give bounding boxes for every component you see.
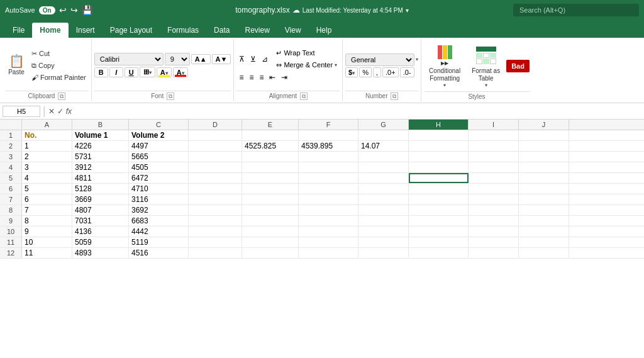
cell-h8[interactable] (409, 205, 469, 215)
tab-formulas[interactable]: Formulas (160, 23, 206, 38)
cell-c11[interactable]: 5119 (129, 237, 189, 247)
tab-file[interactable]: File (5, 23, 32, 38)
cell-g6[interactable] (358, 184, 409, 194)
cell-a8[interactable]: 7 (22, 205, 72, 215)
merge-center-button[interactable]: ⇔ Merge & Center ▾ (274, 60, 340, 70)
row-header-3[interactable]: 3 (0, 152, 22, 162)
cell-d3[interactable] (189, 152, 242, 162)
cell-b8[interactable]: 4807 (72, 205, 129, 215)
cell-b9[interactable]: 7031 (72, 216, 129, 226)
confirm-formula-icon[interactable]: ✓ (57, 107, 64, 116)
tab-review[interactable]: Review (237, 23, 277, 38)
row-header-8[interactable]: 8 (0, 205, 22, 215)
decrease-indent-button[interactable]: ⇤ (267, 72, 278, 83)
col-header-j[interactable]: J (519, 120, 569, 130)
cell-j1[interactable] (519, 130, 569, 140)
align-top-right-button[interactable]: ⊿ (259, 53, 270, 65)
autosave-toggle[interactable]: On (39, 6, 55, 14)
cell-b4[interactable]: 3912 (72, 162, 129, 172)
decrease-decimal-button[interactable]: .0- (400, 67, 414, 77)
cell-f9[interactable] (299, 216, 358, 226)
cell-g3[interactable] (358, 152, 409, 162)
cell-g1[interactable] (358, 130, 409, 140)
cell-g11[interactable] (358, 237, 409, 247)
cell-h12[interactable] (409, 248, 469, 258)
border-button[interactable]: ⊞▾ (140, 67, 155, 77)
cell-f10[interactable] (299, 227, 358, 237)
cell-b7[interactable]: 3669 (72, 194, 129, 204)
cell-reference-box[interactable]: H5 (3, 106, 40, 117)
cell-h4[interactable] (409, 162, 469, 172)
underline-button[interactable]: U (125, 67, 138, 77)
cell-b2[interactable]: 4226 (72, 141, 129, 151)
tab-view[interactable]: View (277, 23, 309, 38)
cell-a4[interactable]: 3 (22, 162, 72, 172)
increase-decimal-button[interactable]: .0+ (382, 67, 399, 77)
cell-c10[interactable]: 4442 (129, 227, 189, 237)
cell-i7[interactable] (469, 194, 519, 204)
cell-a3[interactable]: 2 (22, 152, 72, 162)
row-header-12[interactable]: 12 (0, 248, 22, 258)
tab-data[interactable]: Data (206, 23, 237, 38)
cell-h9[interactable] (409, 216, 469, 226)
font-size-select[interactable]: 9 (165, 53, 190, 65)
col-header-e[interactable]: E (242, 120, 299, 130)
italic-button[interactable]: I (109, 67, 123, 77)
cell-a12[interactable]: 11 (22, 248, 72, 258)
cell-e5[interactable] (242, 173, 299, 183)
cell-f6[interactable] (299, 184, 358, 194)
cell-c5[interactable]: 6472 (129, 173, 189, 183)
align-top-center-button[interactable]: ⊻ (248, 53, 258, 65)
cell-d10[interactable] (189, 227, 242, 237)
cell-f8[interactable] (299, 205, 358, 215)
row-header-11[interactable]: 11 (0, 237, 22, 247)
cell-j3[interactable] (519, 152, 569, 162)
conditional-formatting-button[interactable]: ▶▶ ConditionalFormatting ▾ (424, 42, 465, 90)
align-right-button[interactable]: ≡ (257, 72, 266, 83)
cell-b6[interactable]: 5128 (72, 184, 129, 194)
tab-home[interactable]: Home (32, 23, 68, 38)
cell-a6[interactable]: 5 (22, 184, 72, 194)
cell-d6[interactable] (189, 184, 242, 194)
row-header-7[interactable]: 7 (0, 194, 22, 204)
bold-button[interactable]: B (94, 67, 108, 77)
cell-c3[interactable]: 5665 (129, 152, 189, 162)
cell-i3[interactable] (469, 152, 519, 162)
cell-f3[interactable] (299, 152, 358, 162)
cell-g10[interactable] (358, 227, 409, 237)
cell-i9[interactable] (469, 216, 519, 226)
font-expand[interactable]: ⧉ (167, 92, 174, 100)
row-header-9[interactable]: 9 (0, 216, 22, 226)
cell-h6[interactable] (409, 184, 469, 194)
cell-j4[interactable] (519, 162, 569, 172)
format-painter-button[interactable]: 🖌 Format Painter (29, 72, 89, 82)
cell-f11[interactable] (299, 237, 358, 247)
search-input[interactable] (513, 4, 639, 16)
col-header-a[interactable]: A (22, 120, 72, 130)
row-header-4[interactable]: 4 (0, 162, 22, 172)
insert-function-icon[interactable]: fx (66, 107, 72, 116)
increase-indent-button[interactable]: ⇥ (279, 72, 290, 83)
increase-font-button[interactable]: A▲ (191, 54, 211, 64)
col-header-g[interactable]: G (358, 120, 409, 130)
cell-c8[interactable]: 3692 (129, 205, 189, 215)
bad-style-button[interactable]: Bad (506, 60, 530, 72)
cell-d7[interactable] (189, 194, 242, 204)
comma-button[interactable]: , (373, 67, 381, 77)
cell-d12[interactable] (189, 248, 242, 258)
cell-c2[interactable]: 4497 (129, 141, 189, 151)
cell-i6[interactable] (469, 184, 519, 194)
cell-a5[interactable]: 4 (22, 173, 72, 183)
cell-e11[interactable] (242, 237, 299, 247)
cell-c9[interactable]: 6683 (129, 216, 189, 226)
font-family-select[interactable]: Calibri (94, 53, 164, 65)
cell-j9[interactable] (519, 216, 569, 226)
cell-a2[interactable]: 1 (22, 141, 72, 151)
col-header-b[interactable]: B (72, 120, 129, 130)
tab-insert[interactable]: Insert (69, 23, 103, 38)
decrease-font-button[interactable]: A▼ (212, 54, 231, 64)
cell-e9[interactable] (242, 216, 299, 226)
cell-g9[interactable] (358, 216, 409, 226)
cell-i10[interactable] (469, 227, 519, 237)
cell-h7[interactable] (409, 194, 469, 204)
